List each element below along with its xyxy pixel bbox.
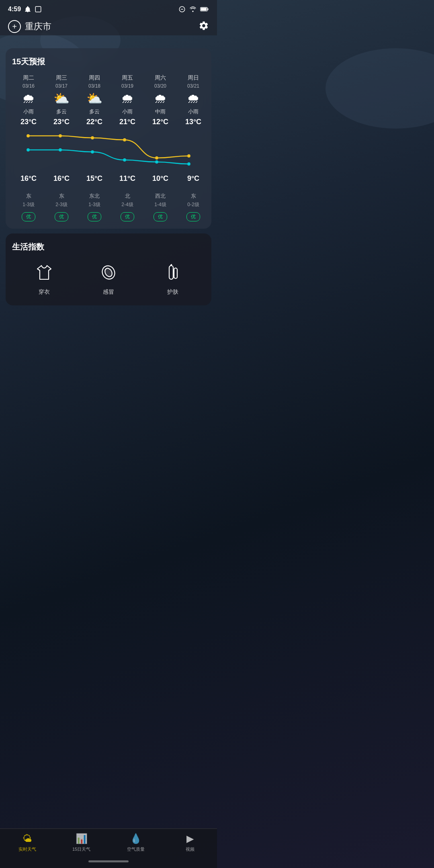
- air-quality-badge: 优: [22, 212, 35, 221]
- wind-level: 2-4级: [121, 201, 133, 208]
- svg-point-14: [91, 150, 94, 154]
- life-item-skincare[interactable]: 护肤: [161, 260, 185, 296]
- high-temp: 13°C: [185, 118, 201, 126]
- svg-point-19: [104, 267, 114, 278]
- cold-icon: [96, 260, 121, 285]
- wind-col-0: 东 1-3级 优: [12, 190, 45, 221]
- day-label: 周日: [188, 74, 199, 82]
- city-name: 重庆市: [25, 20, 51, 33]
- weather-icon: ⛅: [86, 92, 102, 105]
- main-content: 15天预报 周二 03/16 🌧 小雨 23°C 周三 03/17 ⛅ 多云 2…: [0, 43, 217, 363]
- low-temp-val: 11°C: [119, 174, 135, 183]
- high-temp: 21°C: [119, 118, 135, 126]
- wind-dir: 西北: [155, 192, 166, 200]
- wind-row: 东 1-3级 优 东 2-3级 优 东北 1-3级 优 北 2-4级 优 西北 …: [12, 190, 210, 221]
- high-temp: 22°C: [86, 118, 102, 126]
- forecast-col-1: 周三 03/17 ⛅ 多云 23°C: [45, 74, 78, 126]
- clothing-icon: [32, 260, 56, 285]
- square-icon: [35, 6, 42, 13]
- life-item-clothing[interactable]: 穿衣: [32, 260, 56, 296]
- weather-icon: ⛅: [53, 92, 70, 105]
- svg-rect-5: [201, 8, 207, 10]
- weather-desc: 多云: [56, 108, 67, 115]
- forecast-col-3: 周五 03/19 🌧 小雨 21°C: [111, 74, 144, 126]
- svg-point-8: [91, 136, 94, 139]
- temperature-chart: [12, 128, 205, 172]
- wind-col-5: 东 0-2级 优: [177, 190, 210, 221]
- low-temp-col-2: 15°C: [78, 174, 111, 183]
- svg-point-11: [187, 154, 190, 158]
- battery-icon: [200, 6, 209, 12]
- wind-dir: 东: [59, 192, 64, 200]
- air-quality-badge: 优: [154, 212, 167, 221]
- wifi-icon: [189, 6, 197, 12]
- forecast-col-0: 周二 03/16 🌧 小雨 23°C: [12, 74, 45, 126]
- svg-rect-0: [35, 6, 41, 12]
- low-temp-val: 16°C: [20, 174, 37, 183]
- add-city-button[interactable]: +: [8, 20, 21, 33]
- date-label: 03/16: [23, 83, 35, 89]
- forecast-table: 周二 03/16 🌧 小雨 23°C 周三 03/17 ⛅ 多云 23°C 周四…: [12, 74, 205, 126]
- chart-svg: [12, 128, 205, 172]
- wind-col-3: 北 2-4级 优: [111, 190, 144, 221]
- day-label: 周二: [23, 74, 34, 82]
- life-index-card: 生活指数 穿衣 感冒: [6, 233, 211, 305]
- high-temp: 12°C: [152, 118, 168, 126]
- weather-desc: 多云: [89, 108, 100, 115]
- weather-desc: 小雨: [188, 108, 199, 115]
- forecast-title: 15天预报: [12, 56, 205, 67]
- low-temp-val: 9°C: [187, 174, 199, 183]
- wind-dir: 东: [26, 192, 31, 200]
- wind-dir: 东: [191, 192, 196, 200]
- weather-desc: 小雨: [23, 108, 34, 115]
- air-quality-badge: 优: [121, 212, 134, 221]
- low-temp-col-1: 16°C: [45, 174, 78, 183]
- skincare-icon: [161, 260, 185, 285]
- air-quality-badge: 优: [186, 212, 200, 221]
- wind-level: 1-3级: [88, 201, 100, 208]
- high-temp: 23°C: [20, 118, 37, 126]
- status-time: 4:59: [8, 6, 42, 13]
- weather-icon: 🌧: [154, 92, 167, 105]
- date-label: 03/21: [187, 83, 199, 89]
- date-label: 03/19: [121, 83, 133, 89]
- day-label: 周六: [155, 74, 166, 82]
- status-bar: 4:59: [0, 0, 217, 16]
- svg-point-15: [123, 158, 126, 162]
- life-item-cold[interactable]: 感冒: [96, 260, 121, 296]
- wind-level: 1-4级: [154, 201, 166, 208]
- date-label: 03/20: [154, 83, 166, 89]
- wind-level: 0-2级: [187, 201, 199, 208]
- low-temp-val: 15°C: [86, 174, 102, 183]
- low-temp-col-3: 11°C: [111, 174, 144, 183]
- svg-point-9: [123, 138, 126, 141]
- day-label: 周五: [122, 74, 133, 82]
- svg-rect-20: [169, 266, 173, 279]
- life-index-title: 生活指数: [12, 242, 205, 252]
- forecast-card: 15天预报 周二 03/16 🌧 小雨 23°C 周三 03/17 ⛅ 多云 2…: [6, 48, 211, 229]
- low-temp-col-5: 9°C: [177, 174, 210, 183]
- notification-icon: [24, 6, 31, 13]
- low-temp-val: 10°C: [152, 174, 168, 183]
- forecast-col-4: 周六 03/20 🌧 中雨 12°C: [144, 74, 177, 126]
- svg-rect-21: [174, 268, 177, 278]
- svg-point-13: [59, 148, 62, 151]
- low-temp-val: 16°C: [53, 174, 70, 183]
- weather-desc: 中雨: [155, 108, 166, 115]
- wind-level: 1-3级: [23, 201, 34, 208]
- skincare-label: 护肤: [167, 289, 178, 296]
- date-label: 03/17: [55, 83, 68, 89]
- wind-col-1: 东 2-3级 优: [45, 190, 78, 221]
- gear-icon: [199, 20, 209, 31]
- settings-button[interactable]: [199, 20, 209, 33]
- svg-rect-4: [207, 8, 208, 10]
- weather-icon: 🌧: [121, 92, 134, 105]
- header-left: + 重庆市: [8, 20, 51, 33]
- low-temp-row: 16°C16°C15°C11°C10°C9°C: [12, 174, 210, 183]
- wind-col-2: 东北 1-3级 优: [78, 190, 111, 221]
- header: + 重庆市: [0, 16, 217, 35]
- low-temp-col-0: 16°C: [12, 174, 45, 183]
- forecast-scroll[interactable]: 周二 03/16 🌧 小雨 23°C 周三 03/17 ⛅ 多云 23°C 周四…: [12, 74, 205, 126]
- day-label: 周三: [56, 74, 67, 82]
- cold-label: 感冒: [103, 289, 114, 296]
